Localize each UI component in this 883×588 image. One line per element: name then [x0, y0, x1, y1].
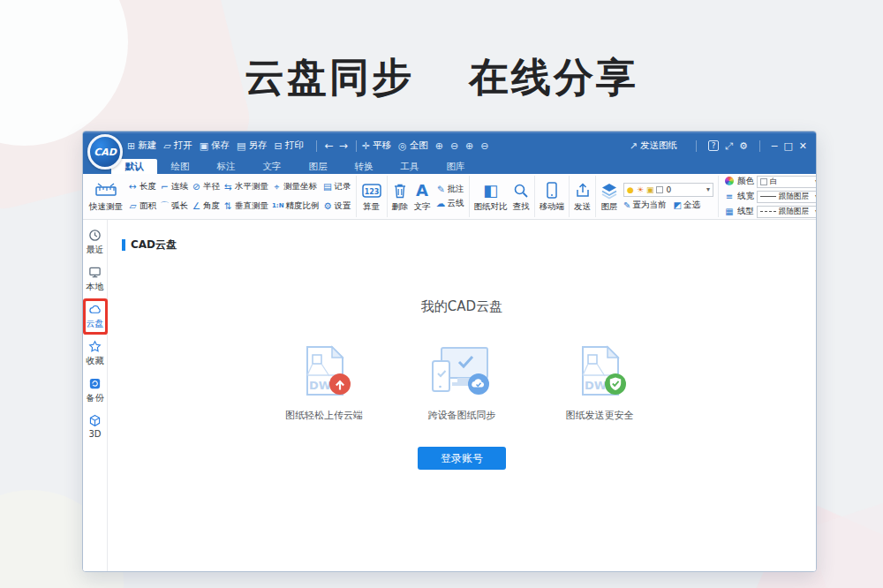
open-button[interactable]: ▱打开	[163, 139, 192, 152]
layer-select[interactable]: ● ☀ ▣ 0 ▾	[623, 183, 713, 197]
ribbon-button-area[interactable]: ▱面积	[126, 197, 158, 216]
redo-button[interactable]: →	[339, 139, 348, 152]
monitor-icon	[88, 266, 102, 279]
headline-left: 云盘同步	[245, 51, 414, 104]
search-icon	[513, 181, 529, 200]
fullscreen-icon: ⤢	[725, 140, 733, 152]
window-titlebar: ⊞新建 ▱打开 ▣保存 ▤另存 ⊟打印 ← → ✛平移 ◎全图 ⊕ ⊖ ⊕ ⊖ …	[83, 132, 816, 174]
app-logo-text: CAD	[94, 147, 117, 158]
ribbon-button-horizontal-measure[interactable]: ⇆水平测量	[222, 177, 270, 197]
radius-icon: ⊘	[192, 182, 201, 192]
feature-secure: DWG 图纸发送更安全	[542, 343, 657, 422]
save-button[interactable]: ▣保存	[200, 139, 230, 152]
share-icon: ↗	[630, 141, 638, 151]
zoom-previous-button[interactable]: ⊖	[480, 141, 488, 151]
tab-tools[interactable]: 工具	[387, 159, 433, 174]
send-button[interactable]: 发送	[572, 181, 592, 213]
close-button[interactable]: ✕	[799, 140, 807, 152]
ribbon-button-precision-scale[interactable]: 1:N精度比例	[270, 197, 321, 216]
layers-button[interactable]: 图层	[599, 181, 620, 213]
ribbon-button-arc-length[interactable]: ⌒弧长	[158, 197, 190, 216]
linewidth-select[interactable]: 跟随图层▾	[757, 191, 816, 203]
tab-text[interactable]: 文字	[249, 159, 295, 174]
precision-icon: 1:N	[272, 203, 284, 209]
ribbon-button-continuous[interactable]: ⌐连续	[158, 177, 190, 197]
delete-button[interactable]: 删除	[390, 181, 411, 213]
ribbon-button-radius[interactable]: ⊘半径	[190, 177, 222, 197]
sidebar-item-cloud[interactable]: 云盘	[86, 301, 105, 332]
set-current-icon: ✎	[623, 200, 630, 210]
new-button[interactable]: ⊞新建	[127, 139, 156, 152]
gear-icon: ⚙	[739, 140, 748, 152]
undo-button[interactable]: ←	[325, 139, 334, 152]
set-current-layer-button[interactable]: ✎置为当前	[623, 200, 666, 211]
minimize-button[interactable]: ─	[772, 140, 778, 152]
app-window: ⊞新建 ▱打开 ▣保存 ▤另存 ⊟打印 ← → ✛平移 ◎全图 ⊕ ⊖ ⊕ ⊖ …	[82, 131, 817, 572]
layers-icon	[600, 181, 618, 200]
layer-name: 0	[666, 185, 671, 194]
vertical-measure-icon: ⇅	[223, 201, 233, 211]
text-A-icon: A	[416, 181, 428, 200]
send-drawing-button[interactable]: ↗发送图纸	[630, 139, 677, 152]
drawing-compare-button[interactable]: ◧ 图纸对比	[472, 181, 509, 213]
compare-icon: ◧	[483, 181, 498, 200]
login-button[interactable]: 登录账号	[418, 447, 506, 470]
record-icon: ▤	[323, 182, 333, 192]
tab-layer[interactable]: 图层	[295, 159, 341, 174]
sidebar-item-recent[interactable]: 最近	[86, 227, 105, 258]
linetype-select[interactable]: 跟随图层▾	[757, 206, 816, 218]
arc-icon: ⌒	[160, 201, 170, 211]
left-sidebar: 最近 本地 云盘 收藏 备份	[83, 220, 108, 571]
save-as-icon: ▤	[237, 141, 245, 151]
tab-convert[interactable]: 转换	[341, 159, 387, 174]
open-folder-icon: ▱	[163, 141, 170, 151]
ribbon-button-angle[interactable]: ∠角度	[190, 197, 222, 216]
chevron-down-icon: ▾	[815, 207, 816, 215]
feature-sync: 跨设备图纸同步	[404, 343, 519, 422]
sidebar-item-3d[interactable]: 3D	[86, 412, 105, 441]
zoom-previous-icon: ⊖	[480, 141, 488, 151]
coordinate-icon: ⌖	[272, 182, 282, 192]
fit-view-button[interactable]: ◎全图	[398, 139, 428, 152]
cloud-icon	[88, 303, 102, 316]
ribbon-button-record[interactable]: ▤记录	[321, 177, 353, 197]
divider	[759, 140, 760, 152]
annotation-button[interactable]: ✎批注	[434, 183, 466, 197]
line-sample	[760, 196, 776, 197]
find-button[interactable]: 查找	[511, 181, 532, 213]
device-sync-icon	[429, 343, 494, 400]
calc-quantity-button[interactable]: 123 算量	[359, 181, 384, 213]
text-button[interactable]: A 文字	[412, 181, 433, 213]
ribbon-button-measure-coords[interactable]: ⌖测量坐标	[270, 177, 321, 197]
headline-right: 在线分享	[469, 51, 638, 104]
zoom-in-button[interactable]: ⊕	[435, 141, 443, 151]
ribbon-button-settings[interactable]: ⚙设置	[321, 197, 353, 216]
ribbon-button-vertical-measure[interactable]: ⇅垂直测量	[222, 197, 270, 216]
help-button[interactable]: ?	[708, 140, 719, 151]
mobile-button[interactable]: 移动端	[538, 181, 567, 213]
divider	[316, 140, 317, 152]
revision-cloud-button[interactable]: ☁云线	[434, 197, 466, 211]
zoom-window-button[interactable]: ⊕	[465, 141, 473, 151]
linewidth-icon: ≡	[724, 192, 735, 201]
select-all-button[interactable]: ◩全选	[673, 200, 699, 211]
tab-draw[interactable]: 绘图	[157, 159, 203, 174]
sidebar-item-favorites[interactable]: 收藏	[86, 338, 105, 369]
sidebar-item-local[interactable]: 本地	[86, 264, 105, 295]
header-accent-bar	[122, 239, 125, 251]
page-title: 云盘同步 在线分享	[0, 51, 883, 104]
tab-library[interactable]: 图库	[433, 159, 479, 174]
pan-button[interactable]: ✛平移	[362, 139, 391, 152]
ribbon-button-length[interactable]: ↔长度	[126, 177, 158, 197]
zoom-out-button[interactable]: ⊖	[450, 141, 458, 151]
color-swatch	[760, 178, 767, 185]
sidebar-item-backup[interactable]: 备份	[86, 375, 105, 406]
tab-annotate[interactable]: 标注	[203, 159, 249, 174]
color-select[interactable]: 白▾	[757, 176, 816, 188]
quick-measure-button[interactable]: 快速测量	[87, 181, 125, 213]
maximize-button[interactable]: □	[783, 140, 792, 152]
save-as-button[interactable]: ▤另存	[237, 139, 267, 152]
settings-button[interactable]: ⚙	[739, 140, 748, 152]
print-button[interactable]: ⊟打印	[275, 139, 304, 152]
fullscreen-button[interactable]: ⤢	[725, 140, 733, 152]
